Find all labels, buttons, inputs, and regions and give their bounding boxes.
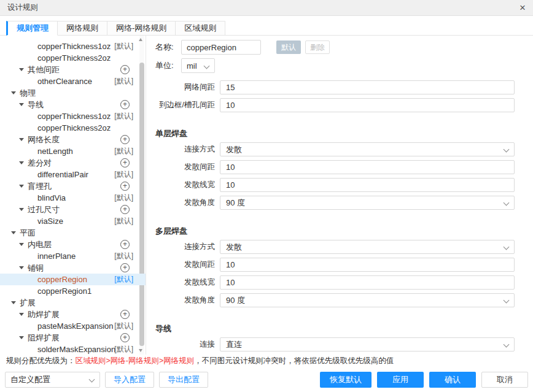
config-select[interactable]: 自定义配置: [5, 372, 100, 388]
tree-item-label: viaSize: [37, 217, 63, 226]
rules-tree: copperThickness1oz[默认]copperThickness2oz…: [0, 36, 146, 355]
add-rule-icon[interactable]: +: [120, 135, 130, 144]
close-icon[interactable]: ×: [519, 2, 526, 13]
field-row-net-clearance: 网络间距15: [155, 80, 533, 94]
export-config-button[interactable]: 导出配置: [159, 372, 208, 388]
chevron-down-icon: [89, 377, 95, 383]
tree-item-netLength[interactable]: netLength[默认]: [0, 145, 146, 157]
multi-pad-spoke-width-input[interactable]: 10: [220, 275, 515, 290]
cancel-button[interactable]: 取消: [481, 372, 528, 388]
collapse-arrow-icon[interactable]: [11, 301, 16, 304]
multi-pad-spoke-gap-input[interactable]: 10: [220, 258, 515, 272]
tree-item-铺铜[interactable]: 铺铜+: [0, 262, 146, 274]
tree-item-网络长度[interactable]: 网络长度+: [0, 134, 146, 145]
collapse-arrow-icon[interactable]: [19, 68, 24, 71]
tree-item-blindVia[interactable]: blindVia[默认]: [0, 192, 146, 204]
single-pad-spoke-gap-input[interactable]: 10: [220, 160, 515, 174]
multi-pad-connect-style-select[interactable]: 发散: [220, 240, 515, 254]
field-value: 10: [226, 278, 235, 287]
field-label-track-connect: 连接: [155, 339, 220, 350]
field-value: 10: [226, 180, 235, 190]
tree-item-pasteMaskExpansion[interactable]: pasteMaskExpansion[默认]: [0, 320, 146, 332]
tree-item-平面[interactable]: 平面: [0, 227, 146, 239]
board-slot-clearance-input[interactable]: 10: [220, 98, 515, 112]
tree-item-导线[interactable]: 导线+: [0, 99, 146, 110]
tree-item-助焊扩展[interactable]: 助焊扩展+: [0, 309, 146, 320]
collapse-arrow-icon[interactable]: [19, 161, 24, 164]
add-rule-icon[interactable]: +: [120, 263, 130, 272]
collapse-arrow-icon[interactable]: [19, 336, 24, 339]
tab-rules-management[interactable]: 规则管理: [6, 21, 58, 36]
field-label-single-pad-spoke-width: 发散线宽: [155, 180, 220, 190]
default-badge: [默认]: [114, 146, 133, 156]
tree-item-copperRegion1[interactable]: copperRegion1: [0, 285, 146, 297]
config-select-value: 自定义配置: [10, 374, 50, 385]
collapse-arrow-icon[interactable]: [19, 243, 24, 246]
track-connect-select[interactable]: 直连: [220, 337, 515, 352]
tree-item-label: copperThickness1oz: [37, 42, 111, 51]
tree-item-viaSize[interactable]: viaSize[默认]: [0, 215, 146, 227]
collapse-arrow-icon[interactable]: [19, 103, 24, 106]
tree-item-label: 扩展: [20, 298, 36, 309]
tree-item-label: 助焊扩展: [28, 309, 60, 320]
tree-item-copperThickness2oz[interactable]: copperThickness2oz: [0, 52, 146, 64]
field-label-single-pad-spoke-angle: 发散角度: [155, 198, 220, 208]
tree-item-differentialPair[interactable]: differentialPair[默认]: [0, 169, 146, 180]
add-rule-icon[interactable]: +: [120, 182, 130, 191]
restore-default-button[interactable]: 恢复默认: [320, 372, 372, 388]
tree-item-盲埋孔[interactable]: 盲埋孔+: [0, 180, 146, 192]
collapse-arrow-icon[interactable]: [11, 91, 16, 94]
net-clearance-input[interactable]: 15: [220, 80, 515, 94]
field-label-board-slot-clearance: 到边框/槽孔间距: [155, 100, 220, 110]
collapse-arrow-icon[interactable]: [19, 185, 24, 188]
default-button[interactable]: 默认: [276, 40, 301, 54]
tree-item-其他间距[interactable]: 其他间距+: [0, 64, 146, 75]
tree-item-扩展[interactable]: 扩展: [0, 297, 146, 309]
tree-item-copperRegion[interactable]: copperRegion[默认]: [0, 274, 146, 285]
add-rule-icon[interactable]: +: [120, 205, 130, 214]
tree-item-label: 网络长度: [28, 134, 60, 145]
collapse-arrow-icon[interactable]: [19, 138, 24, 141]
tab-net-net-rules[interactable]: 网络-网络规则: [107, 21, 176, 36]
add-rule-icon[interactable]: +: [120, 240, 130, 249]
single-pad-spoke-width-input[interactable]: 10: [220, 178, 515, 192]
add-rule-icon[interactable]: +: [120, 100, 130, 109]
collapse-arrow-icon[interactable]: [19, 313, 24, 316]
tree-item-otherClearance[interactable]: otherClearance[默认]: [0, 75, 146, 87]
add-rule-icon[interactable]: +: [120, 158, 130, 167]
single-pad-spoke-angle-select[interactable]: 90 度: [220, 196, 515, 210]
tab-net-rules[interactable]: 网络规则: [57, 21, 107, 36]
delete-button[interactable]: 删除: [305, 40, 330, 54]
tree-item-物理[interactable]: 物理: [0, 87, 146, 99]
field-value: 15: [226, 83, 235, 92]
tree-item-copperThickness1oz[interactable]: copperThickness1oz[默认]: [0, 40, 146, 52]
rule-name-input[interactable]: [181, 40, 261, 55]
multi-pad-spoke-angle-select[interactable]: 90 度: [220, 293, 515, 307]
default-badge: [默认]: [114, 169, 133, 180]
field-value: 发散: [226, 242, 242, 253]
tree-item-阻焊扩展[interactable]: 阻焊扩展+: [0, 332, 146, 344]
add-rule-icon[interactable]: +: [120, 333, 130, 342]
tree-item-内电层[interactable]: 内电层+: [0, 239, 146, 250]
collapse-arrow-icon[interactable]: [19, 208, 24, 211]
tree-item-solderMaskExpansion[interactable]: solderMaskExpansion[默认]: [0, 344, 146, 355]
add-rule-icon[interactable]: +: [120, 310, 130, 319]
field-row-multi-pad-connect-style: 连接方式发散: [155, 240, 533, 254]
collapse-arrow-icon[interactable]: [19, 266, 24, 269]
collapse-arrow-icon[interactable]: [11, 231, 16, 234]
import-config-button[interactable]: 导入配置: [105, 372, 154, 388]
tab-area-rules[interactable]: 区域规则: [175, 21, 225, 36]
add-rule-icon[interactable]: +: [120, 65, 130, 74]
tree-item-差分对[interactable]: 差分对+: [0, 157, 146, 169]
tree-item-innerPlane[interactable]: innerPlane[默认]: [0, 250, 146, 262]
tree-item-label: copperThickness1oz: [37, 112, 111, 121]
unit-select-value: mil: [187, 61, 197, 71]
confirm-button[interactable]: 确认: [429, 372, 476, 388]
tree-item-过孔尺寸[interactable]: 过孔尺寸+: [0, 204, 146, 215]
tree-item-copperThickness2oz[interactable]: copperThickness2oz: [0, 122, 146, 134]
apply-button[interactable]: 应用: [377, 372, 424, 388]
default-badge: [默认]: [114, 76, 133, 86]
single-pad-connect-style-select[interactable]: 发散: [220, 142, 515, 156]
tree-item-copperThickness1oz[interactable]: copperThickness1oz[默认]: [0, 110, 146, 122]
unit-select[interactable]: mil: [181, 58, 215, 73]
